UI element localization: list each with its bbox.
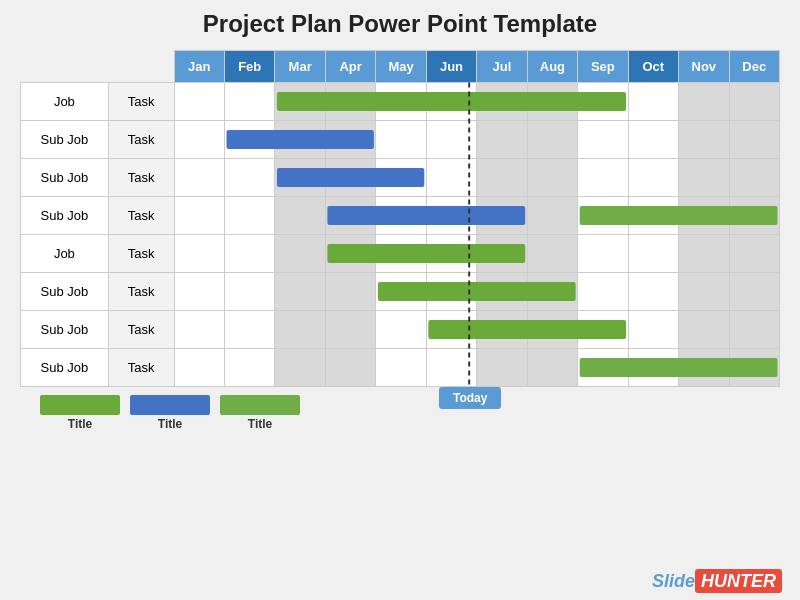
job-label: Sub Job — [21, 121, 109, 159]
gantt-cell — [477, 235, 527, 273]
gantt-cell — [325, 121, 375, 159]
table-row: Sub JobTask — [21, 121, 780, 159]
header-row: JanFebMarAprMayJunJulAugSepOctNovDec — [21, 51, 780, 83]
gantt-cell — [376, 349, 426, 387]
gantt-cell — [477, 311, 527, 349]
gantt-cell — [477, 159, 527, 197]
gantt-cell — [729, 121, 779, 159]
job-label: Job — [21, 83, 109, 121]
gantt-cell — [679, 311, 729, 349]
legend-label: Title — [68, 417, 92, 431]
gantt-cell — [174, 83, 224, 121]
gantt-cell — [477, 349, 527, 387]
today-marker: Today — [439, 387, 501, 409]
job-label: Sub Job — [21, 159, 109, 197]
task-label: Task — [108, 121, 174, 159]
gantt-cell — [275, 197, 325, 235]
gantt-cell — [578, 273, 628, 311]
task-label: Task — [108, 159, 174, 197]
gantt-cell — [224, 83, 274, 121]
legend-label: Title — [158, 417, 182, 431]
task-label: Task — [108, 83, 174, 121]
table-row: Sub JobTask — [21, 311, 780, 349]
gantt-cell — [224, 273, 274, 311]
gantt-cell — [275, 235, 325, 273]
gantt-table: JanFebMarAprMayJunJulAugSepOctNovDec Job… — [20, 50, 780, 387]
table-row: Sub JobTask — [21, 197, 780, 235]
header-month-apr: Apr — [325, 51, 375, 83]
gantt-cell — [578, 349, 628, 387]
gantt-cell — [325, 311, 375, 349]
gantt-cell — [477, 83, 527, 121]
gantt-cell — [679, 197, 729, 235]
gantt-cell — [628, 121, 678, 159]
header-month-jan: Jan — [174, 51, 224, 83]
gantt-cell — [174, 159, 224, 197]
gantt-cell — [275, 83, 325, 121]
job-label: Sub Job — [21, 349, 109, 387]
gantt-cell — [527, 273, 577, 311]
gantt-cell — [578, 83, 628, 121]
gantt-cell — [174, 121, 224, 159]
gantt-area: JanFebMarAprMayJunJulAugSepOctNovDec Job… — [20, 50, 780, 387]
gantt-cell — [426, 311, 476, 349]
gantt-cell — [174, 311, 224, 349]
gantt-cell — [679, 83, 729, 121]
legend-color-box — [220, 395, 300, 415]
job-label: Sub Job — [21, 273, 109, 311]
gantt-cell — [224, 349, 274, 387]
gantt-cell — [224, 311, 274, 349]
header-month-mar: Mar — [275, 51, 325, 83]
gantt-cell — [426, 273, 476, 311]
gantt-cell — [174, 349, 224, 387]
gantt-cell — [376, 121, 426, 159]
gantt-cell — [527, 235, 577, 273]
table-row: JobTask — [21, 83, 780, 121]
task-label: Task — [108, 311, 174, 349]
header-month-sep: Sep — [578, 51, 628, 83]
gantt-cell — [527, 311, 577, 349]
header-empty — [21, 51, 175, 83]
gantt-cell — [275, 311, 325, 349]
gantt-cell — [174, 273, 224, 311]
page: Project Plan Power Point Template JanFeb… — [0, 0, 800, 600]
gantt-cell — [679, 273, 729, 311]
gantt-cell — [729, 159, 779, 197]
gantt-cell — [376, 235, 426, 273]
legend-color-box — [40, 395, 120, 415]
legend-label: Title — [248, 417, 272, 431]
gantt-cell — [729, 273, 779, 311]
gantt-cell — [325, 273, 375, 311]
watermark-slide: Slide — [652, 571, 695, 591]
gantt-cell — [174, 197, 224, 235]
legend: TitleTitleTitle — [40, 395, 300, 431]
table-row: Sub JobTask — [21, 159, 780, 197]
header-month-may: May — [376, 51, 426, 83]
gantt-cell — [527, 159, 577, 197]
gantt-cell — [174, 235, 224, 273]
legend-item: Title — [220, 395, 300, 431]
gantt-cell — [224, 235, 274, 273]
gantt-cell — [426, 197, 476, 235]
gantt-cell — [628, 159, 678, 197]
gantt-cell — [325, 83, 375, 121]
legend-item: Title — [130, 395, 210, 431]
gantt-cell — [729, 83, 779, 121]
task-label: Task — [108, 235, 174, 273]
task-label: Task — [108, 197, 174, 235]
gantt-cell — [477, 273, 527, 311]
gantt-cell — [376, 159, 426, 197]
table-row: Sub JobTask — [21, 273, 780, 311]
header-month-jun: Jun — [426, 51, 476, 83]
gantt-cell — [527, 83, 577, 121]
gantt-cell — [578, 121, 628, 159]
job-label: Sub Job — [21, 197, 109, 235]
table-row: Sub JobTask — [21, 349, 780, 387]
gantt-cell — [578, 159, 628, 197]
task-label: Task — [108, 273, 174, 311]
gantt-cell — [729, 349, 779, 387]
header-month-aug: Aug — [527, 51, 577, 83]
gantt-cell — [376, 83, 426, 121]
gantt-cell — [729, 235, 779, 273]
page-title: Project Plan Power Point Template — [203, 10, 597, 38]
